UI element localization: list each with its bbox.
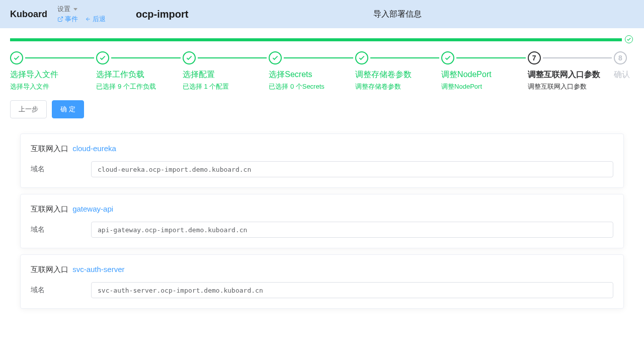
top-bar: Kuboard 设置 事件 后退 ocp-imp [0,0,644,28]
steps-nav: 选择导入文件 选择导入文件 选择工作负载 已选择 9 个工作负载 选择配置 [10,51,634,91]
step-7: 7 调整互联网入口参数 调整互联网入口参数 [528,51,614,91]
step-title: 调整互联网入口参数 [528,70,614,80]
ingress-card-header: 互联网入口 gateway-api [31,205,613,214]
ingress-cards: 互联网入口 cloud-eureka 域名 互联网入口 gateway-api … [10,133,634,309]
domain-label: 域名 [31,165,91,174]
step-number-icon: 8 [614,51,627,64]
step-desc: 调整存储卷参数 [355,82,441,91]
step-check-icon [355,51,368,64]
top-controls: 设置 事件 后退 [57,5,106,24]
step-5: 调整存储卷参数 调整存储卷参数 [355,51,441,91]
step-actions: 上一步 确 定 [10,100,634,118]
domain-input[interactable] [91,222,613,238]
ingress-card: 互联网入口 gateway-api 域名 [20,194,624,248]
domain-input[interactable] [91,282,613,298]
ingress-card-header: 互联网入口 cloud-eureka [31,144,613,154]
namespace-title: ocp-import [136,9,188,20]
step-desc: 已选择 1 个配置 [183,82,269,91]
progress-bar [10,38,622,41]
content: 选择导入文件 选择导入文件 选择工作负载 已选择 9 个工作负载 选择配置 [0,38,644,325]
ingress-card-header: 互联网入口 svc-auth-server [31,265,613,275]
step-check-icon [183,51,196,64]
confirm-button[interactable]: 确 定 [52,100,84,118]
back-link[interactable]: 后退 [85,15,106,24]
ingress-name-link[interactable]: cloud-eureka [72,144,116,153]
settings-label: 设置 [57,5,70,14]
top-links: 事件 后退 [57,15,106,24]
ingress-label: 互联网入口 [31,144,68,153]
step-desc: 调整NodePort [441,82,527,91]
svg-line-0 [60,17,63,20]
step-number-icon: 7 [528,51,541,64]
step-check-icon [269,51,282,64]
events-link[interactable]: 事件 [57,15,78,24]
step-check-icon [96,51,109,64]
step-check-icon [10,51,23,64]
logo: Kuboard [10,9,47,20]
step-check-icon [441,51,454,64]
back-label: 后退 [93,15,106,24]
page-title: 导入部署信息 [373,9,422,20]
arrow-left-icon [85,16,91,22]
step-title: 选择工作负载 [96,70,182,80]
settings-dropdown[interactable]: 设置 [57,5,106,14]
ingress-name-link[interactable]: svc-auth-server [72,265,124,274]
ingress-label: 互联网入口 [31,205,68,213]
step-6: 调整NodePort 调整NodePort [441,51,527,91]
step-title: 调整NodePort [441,70,527,80]
chevron-down-icon [73,8,77,11]
step-desc: 已选择 9 个工作负载 [96,82,182,91]
domain-row: 域名 [31,161,613,177]
domain-label: 域名 [31,286,91,295]
step-3: 选择配置 已选择 1 个配置 [183,51,269,91]
step-title: 选择导入文件 [10,70,96,80]
step-1: 选择导入文件 选择导入文件 [10,51,96,91]
step-desc: 选择导入文件 [10,82,96,91]
prev-button[interactable]: 上一步 [10,100,47,118]
step-title: 调整存储卷参数 [355,70,441,80]
ingress-card: 互联网入口 svc-auth-server 域名 [20,254,624,309]
step-8: 8 确认 [614,51,634,91]
domain-label: 域名 [31,225,91,234]
step-desc: 已选择 0 个Secrets [269,82,355,91]
events-label: 事件 [65,15,78,24]
ingress-card: 互联网入口 cloud-eureka 域名 [20,133,624,188]
domain-input[interactable] [91,161,613,177]
domain-row: 域名 [31,282,613,298]
progress-check-icon [625,35,633,43]
step-title: 选择配置 [183,70,269,80]
external-link-icon [57,16,63,22]
step-desc: 调整互联网入口参数 [528,82,614,91]
ingress-label: 互联网入口 [31,265,68,274]
step-title: 选择Secrets [269,70,355,80]
ingress-name-link[interactable]: gateway-api [72,205,113,213]
step-4: 选择Secrets 已选择 0 个Secrets [269,51,355,91]
step-2: 选择工作负载 已选择 9 个工作负载 [96,51,182,91]
domain-row: 域名 [31,222,613,238]
step-title: 确认 [614,70,634,80]
